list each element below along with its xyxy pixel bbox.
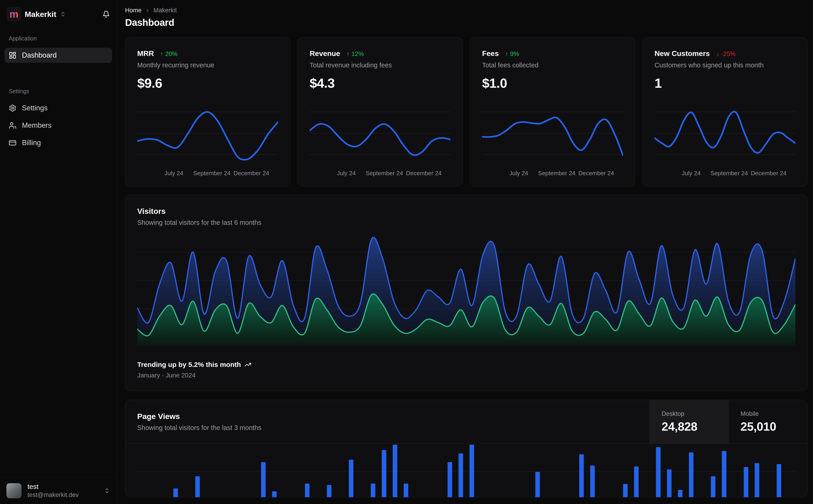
stat-description: Customers who signed up this month [655,61,795,69]
x-axis-tick: December 24 [751,170,786,177]
sidebar-item-label: Dashboard [22,51,57,59]
chevrons-up-down-icon [104,488,110,494]
x-axis-tick: July 24 [164,170,183,177]
billing-icon [9,139,16,147]
nav-section-settings: Settings Settings Members Billing [5,88,112,150]
visitors-description: Showing total visitors for the last 6 mo… [137,219,795,226]
makerkit-logo: m [7,7,21,21]
visitors-footer: Trending up by 5.2% this month January -… [137,361,795,379]
trend-badge: ↑9% [505,50,519,58]
x-axis-labels: July 24September 24December 24 [310,169,450,178]
dashboard-icon [9,51,16,59]
sidebar-item-settings[interactable]: Settings [5,101,112,116]
nav-section-application: Application Dashboard [5,35,112,63]
visitors-trend-text: Trending up by 5.2% this month [137,361,241,369]
stat-title: Fees [482,49,499,58]
breadcrumb-home-link[interactable]: Home [125,7,141,14]
stat-value: 1 [655,75,795,91]
page-title: Dashboard [125,17,808,28]
x-axis-tick: July 24 [509,170,528,177]
x-axis-tick: September 24 [193,170,231,177]
chevrons-up-down-icon [60,11,66,17]
stat-title: New Customers [655,49,710,58]
stat-value: $1.0 [482,75,623,91]
page-views-bar-chart [125,444,807,497]
stat-value: $4.3 [310,75,450,91]
sidebar-nav: Application Dashboard Settings Settings [0,26,117,153]
x-axis-labels: July 24September 24December 24 [655,169,795,178]
toggle-label: Mobile [741,410,795,417]
mrr-sparkline-chart: July 24September 24December 24 [137,107,278,178]
x-axis-tick: September 24 [711,170,748,177]
stat-description: Monthly recurring revenue [137,61,278,69]
x-axis-labels: July 24September 24December 24 [137,169,278,178]
nav-section-label: Application [5,35,112,42]
x-axis-tick: September 24 [538,170,575,177]
sidebar-item-billing[interactable]: Billing [5,135,112,150]
arrow-up-icon: ↑ [160,50,163,58]
user-menu[interactable]: test test@makerkit.dev [0,477,117,504]
x-axis-tick: December 24 [406,170,442,177]
sidebar-header: m Makerkit [0,0,117,26]
x-axis-tick: December 24 [234,170,269,177]
toggle-desktop[interactable]: Desktop 24,828 [650,400,728,443]
sidebar-item-label: Settings [22,104,48,112]
sidebar: m Makerkit Application Dashboard Setting… [0,0,117,504]
toggle-value: 25,010 [741,420,795,433]
trending-up-icon [245,361,251,368]
new-customers-sparkline-chart: July 24September 24December 24 [655,107,795,178]
fees-sparkline-chart: July 24September 24December 24 [482,107,623,178]
user-email: test@makerkit.dev [27,491,79,499]
user-avatar [6,483,21,498]
stat-title: Revenue [310,49,340,58]
trend-badge: ↓-25% [716,50,736,58]
sidebar-item-dashboard[interactable]: Dashboard [5,48,112,63]
stat-value: $9.6 [137,75,278,91]
visitors-date-range: January - June 2024 [137,372,795,379]
toggle-value: 24,828 [662,420,717,433]
nav-section-label: Settings [5,88,112,95]
main-content: Home Makerkit Dashboard MRR ↑20% Monthly… [117,0,813,504]
x-axis-tick: July 24 [682,170,701,177]
visitors-title: Visitors [137,207,795,216]
stat-description: Total fees collected [482,61,623,69]
page-views-card: Page Views Showing total visitors for th… [125,400,808,497]
toggle-label: Desktop [662,410,717,417]
page-views-description: Showing total visitors for the last 3 mo… [137,424,638,432]
x-axis-tick: July 24 [337,170,356,177]
page-views-title: Page Views [137,412,638,421]
x-axis-tick: December 24 [578,170,614,177]
sidebar-item-label: Billing [22,139,41,147]
trend-badge: ↑12% [347,50,364,58]
stat-card-fees: Fees ↑9% Total fees collected $1.0 July … [470,37,635,186]
stat-card-revenue: Revenue ↑12% Total revenue including fee… [298,37,463,186]
members-icon [9,122,16,129]
settings-gear-icon [9,104,16,112]
breadcrumb: Home Makerkit [125,7,808,14]
workspace-switcher[interactable]: m Makerkit [7,7,66,21]
user-name: test [27,483,79,491]
stat-card-new-customers: New Customers ↓-25% Customers who signed… [643,37,808,186]
arrow-up-icon: ↑ [505,50,508,58]
visitors-area-chart [137,237,795,346]
x-axis-labels: July 24September 24December 24 [482,169,623,178]
visitors-card: Visitors Showing total visitors for the … [125,195,808,391]
page-views-header: Page Views Showing total visitors for th… [125,400,807,444]
arrow-down-icon: ↓ [716,50,720,58]
sidebar-item-label: Members [22,121,51,130]
toggle-mobile[interactable]: Mobile 25,010 [728,400,807,443]
trend-badge: ↑20% [160,50,178,58]
stat-description: Total revenue including fees [310,61,450,69]
stat-cards-row: MRR ↑20% Monthly recurring revenue $9.6 … [125,37,808,186]
notifications-bell-icon[interactable] [102,11,110,18]
sidebar-item-members[interactable]: Members [5,118,112,133]
revenue-sparkline-chart: July 24September 24December 24 [310,107,450,178]
workspace-name: Makerkit [25,10,56,19]
arrow-up-icon: ↑ [347,50,350,58]
chevron-right-icon [145,8,150,13]
stat-card-mrr: MRR ↑20% Monthly recurring revenue $9.6 … [125,37,290,186]
x-axis-tick: September 24 [366,170,403,177]
stat-title: MRR [137,49,154,58]
user-meta: test test@makerkit.dev [27,483,79,499]
breadcrumb-current[interactable]: Makerkit [153,7,177,14]
